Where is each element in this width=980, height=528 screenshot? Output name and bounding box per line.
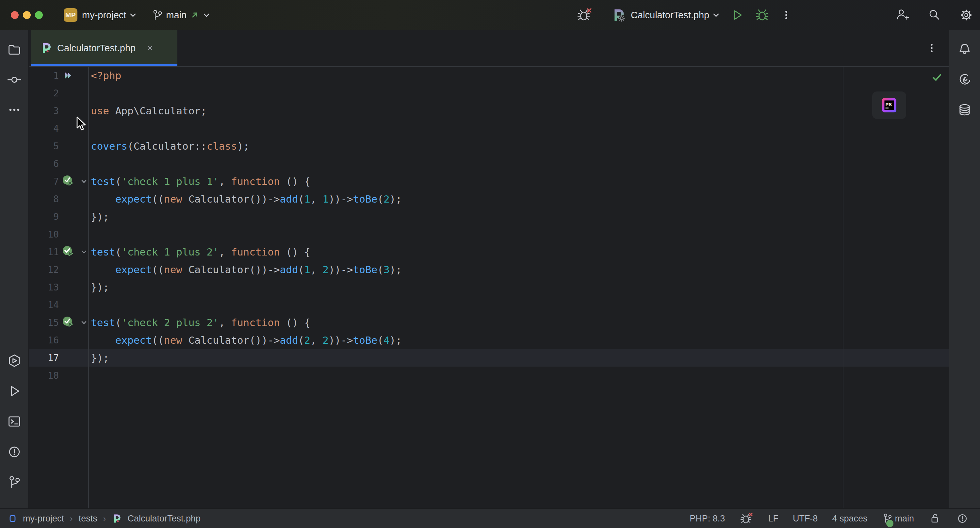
more-actions-icon[interactable] [778,7,794,23]
test-passed-run-icon[interactable] [62,175,77,188]
line-number[interactable]: 12 [29,264,59,275]
project-folder-icon[interactable] [6,42,22,57]
line-separator-widget[interactable]: LF [768,514,778,524]
code-line[interactable]: 3use App\Calculator; [29,102,949,119]
run-config-name[interactable]: CalculatorTest.php [631,10,709,21]
line-number[interactable]: 9 [29,212,59,222]
code-line[interactable]: 8 expect((new Calculator())->add(1, 1))-… [29,190,949,208]
run-button[interactable] [729,7,745,23]
unlocked-icon[interactable] [928,512,942,525]
settings-gear-icon[interactable] [958,7,974,23]
chevron-down-icon[interactable] [80,319,88,326]
breadcrumb-project[interactable]: my-project [23,514,64,524]
code-line[interactable]: 9}); [29,208,949,226]
chevron-down-icon[interactable] [80,178,88,185]
notifications-bell-icon[interactable] [957,41,972,56]
close-tab-icon[interactable] [145,43,154,52]
run-all-tests-icon[interactable] [64,70,74,81]
line-number[interactable]: 4 [29,123,59,134]
code-line[interactable]: 14 [29,296,949,314]
line-number[interactable]: 13 [29,282,59,293]
code-line[interactable]: 1 <?php [29,67,949,84]
services-icon[interactable] [6,353,22,369]
ai-assistant-icon[interactable] [957,71,972,87]
test-passed-run-icon[interactable] [62,316,77,329]
test-passed-run-icon[interactable] [62,245,77,258]
line-number[interactable]: 17 [29,353,59,363]
phpstorm-logo-button[interactable]: PS [872,91,906,119]
database-icon[interactable] [957,102,972,118]
breadcrumb-file[interactable]: CalculatorTest.php [127,514,200,524]
error-notifications-icon[interactable] [956,512,969,525]
push-arrow-icon[interactable] [191,11,199,19]
line-number[interactable]: 3 [29,105,59,116]
line-number[interactable]: 15 [29,317,59,328]
gutter[interactable] [59,67,91,84]
commit-icon[interactable] [6,72,22,87]
line-number[interactable]: 1 [29,70,59,81]
project-icon [8,514,17,523]
branch-name[interactable]: main [166,10,186,21]
indent-widget[interactable]: 4 spaces [832,514,867,524]
debugger-disconnected-icon[interactable] [577,7,592,23]
version-control-icon[interactable] [6,474,22,490]
more-tool-windows-icon[interactable] [6,102,22,118]
gutter[interactable] [59,173,91,190]
chevron-down-icon[interactable] [129,11,137,19]
chevron-down-icon[interactable] [713,11,720,19]
terminal-icon[interactable] [6,413,22,429]
git-branch-widget[interactable]: main [882,512,914,525]
chevron-down-icon[interactable] [80,248,88,256]
zoom-window-button[interactable] [35,11,43,19]
line-number[interactable]: 7 [29,176,59,187]
code-line[interactable]: 6 [29,155,949,173]
code-line[interactable]: 7 test('check 1 plus 1', function () { [29,173,949,190]
code-line[interactable]: 13}); [29,278,949,296]
debug-button[interactable] [754,7,770,23]
search-everywhere-icon[interactable] [926,7,942,23]
line-number[interactable]: 11 [29,247,59,258]
gutter[interactable] [59,314,91,331]
code-line[interactable]: 16 expect((new Calculator())->add(2, 2))… [29,331,949,349]
svg-text:PS: PS [886,102,892,107]
inspections-passed-icon[interactable] [931,71,943,83]
editor-tab-bar: CalculatorTest.php [29,30,949,67]
problems-icon[interactable] [6,444,22,460]
minimize-window-button[interactable] [23,11,31,19]
line-number[interactable]: 6 [29,159,59,169]
chevron-down-icon[interactable] [203,11,210,19]
line-number[interactable]: 2 [29,88,59,99]
tab-list-options-icon[interactable] [924,40,940,56]
code-line[interactable]: 12 expect((new Calculator())->add(1, 2))… [29,261,949,278]
run-tool-window-icon[interactable] [6,383,22,399]
encoding-widget[interactable]: UTF-8 [793,514,818,524]
code-line[interactable]: 11 test('check 1 plus 2', function () { [29,243,949,261]
code-with-me-icon[interactable] [894,7,910,23]
line-number[interactable]: 10 [29,229,59,240]
tab-calculatortest[interactable]: CalculatorTest.php [31,30,177,66]
gutter [59,331,91,349]
code-line[interactable]: 18 [29,367,949,384]
titlebar-right-actions [894,0,974,30]
close-window-button[interactable] [11,11,19,19]
code-line[interactable]: 2 [29,84,949,102]
line-number[interactable]: 14 [29,300,59,310]
code-line[interactable]: 5covers(Calculator::class); [29,137,949,155]
code-line[interactable]: 10 [29,226,949,243]
editor[interactable]: 1 <?php23use App\Calculator;45covers(Cal… [29,67,949,508]
gutter[interactable] [59,243,91,261]
line-number[interactable]: 5 [29,141,59,152]
code-line[interactable]: 15 test('check 2 plus 2', function () { [29,314,949,331]
project-badge[interactable]: MP [64,8,78,22]
debugger-disconnected-icon[interactable] [739,511,754,526]
line-number[interactable]: 8 [29,194,59,205]
breadcrumb-tests[interactable]: tests [79,514,97,524]
code-line[interactable]: 17}); [29,349,949,367]
project-name[interactable]: my-project [82,10,126,21]
line-number[interactable]: 16 [29,335,59,346]
php-version-widget[interactable]: PHP: 8.3 [690,514,725,524]
code-text: expect((new Calculator())->add(1, 1))->t… [91,193,402,205]
code-text: <?php [91,70,121,81]
line-number[interactable]: 18 [29,370,59,381]
code-line[interactable]: 4 [29,119,949,137]
